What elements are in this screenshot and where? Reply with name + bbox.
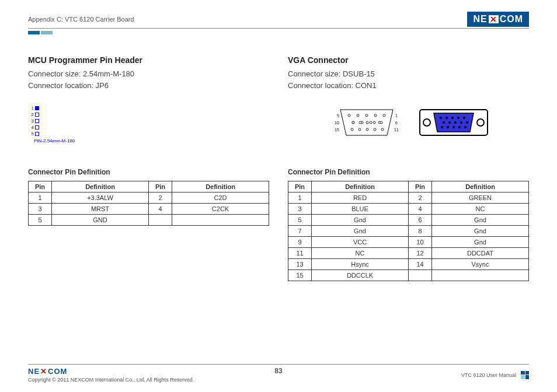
table-row: 11NC12DDCDAT bbox=[288, 248, 529, 259]
vga-pin-table: Pin Definition Pin Definition 1RED2GREEN… bbox=[288, 181, 529, 281]
svg-point-33 bbox=[463, 117, 465, 119]
mcu-header-title: MCU Programmer Pin Header bbox=[28, 55, 269, 65]
svg-point-4 bbox=[383, 114, 385, 117]
svg-point-10 bbox=[352, 121, 354, 124]
svg-point-2 bbox=[365, 114, 368, 117]
breadcrumb: Appendix C: VTC 6120 Carrier Board bbox=[28, 16, 134, 23]
svg-text:10: 10 bbox=[335, 121, 339, 125]
svg-point-38 bbox=[466, 121, 468, 124]
nexcom-logo-footer: NE✕COM bbox=[28, 367, 194, 376]
svg-point-27 bbox=[423, 119, 430, 126]
svg-text:6: 6 bbox=[395, 121, 398, 125]
svg-point-31 bbox=[451, 117, 454, 119]
svg-point-43 bbox=[464, 126, 467, 128]
svg-point-32 bbox=[457, 117, 459, 119]
pin-header-diagram: 1 2 3 4 5 PIN-2.54mm-M-180 bbox=[28, 105, 81, 144]
table-row: 3MRST 4C2CK bbox=[29, 204, 269, 215]
table-row: 9VCC10Gnd bbox=[288, 237, 529, 248]
vga-port-icon bbox=[419, 105, 489, 140]
svg-text:1: 1 bbox=[395, 114, 398, 118]
pin-4-icon bbox=[35, 125, 39, 130]
svg-point-7 bbox=[370, 121, 372, 124]
svg-point-17 bbox=[366, 128, 368, 131]
vga-pin-diagram: 5 1 10 6 15 11 bbox=[329, 105, 405, 140]
svg-point-16 bbox=[358, 128, 361, 131]
table-row: 15DDCCLK bbox=[288, 270, 529, 281]
vga-header-title: VGA Connector bbox=[288, 55, 529, 65]
vga-table-title: Connector Pin Definition bbox=[288, 168, 529, 176]
svg-point-12 bbox=[366, 121, 368, 124]
vga-connector-location: Connector location: CON1 bbox=[288, 80, 529, 92]
svg-point-40 bbox=[447, 126, 449, 128]
manual-name: VTC 6120 User Manual bbox=[461, 372, 516, 378]
footer-deco-icon bbox=[521, 371, 529, 379]
svg-text:11: 11 bbox=[394, 128, 399, 132]
table-row: 1RED2GREEN bbox=[288, 192, 529, 204]
mcu-connector-size: Connector size: 2.54mm-M-180 bbox=[28, 68, 269, 80]
svg-point-37 bbox=[460, 121, 462, 124]
svg-point-29 bbox=[440, 117, 442, 119]
svg-text:5: 5 bbox=[337, 114, 339, 118]
table-row: 7Gnd8Gnd bbox=[288, 226, 529, 237]
pin-5-icon bbox=[35, 132, 39, 136]
svg-point-35 bbox=[448, 121, 451, 124]
svg-point-30 bbox=[445, 117, 448, 119]
svg-text:15: 15 bbox=[335, 128, 339, 132]
svg-point-13 bbox=[373, 121, 375, 124]
svg-point-36 bbox=[454, 121, 457, 124]
accent-bar bbox=[28, 31, 529, 34]
logo-x-icon: ✕ bbox=[489, 15, 499, 23]
svg-point-34 bbox=[443, 121, 445, 124]
table-row: 1+3.3ALW 2C2D bbox=[29, 192, 269, 204]
mcu-connector-location: Connector location: JP6 bbox=[28, 80, 269, 92]
table-row: 5Gnd6Gnd bbox=[288, 215, 529, 226]
svg-point-15 bbox=[351, 128, 353, 131]
page-number: 83 bbox=[274, 367, 282, 375]
copyright-text: Copyright © 2011 NEXCOM International Co… bbox=[28, 377, 194, 383]
svg-point-11 bbox=[359, 121, 361, 124]
pin-3-icon bbox=[35, 119, 39, 123]
svg-point-14 bbox=[380, 121, 382, 124]
svg-point-18 bbox=[374, 128, 376, 131]
pin-2-icon bbox=[35, 113, 39, 117]
svg-point-19 bbox=[381, 128, 384, 131]
svg-point-0 bbox=[348, 114, 350, 117]
svg-point-1 bbox=[357, 114, 359, 117]
logo-x-icon: ✕ bbox=[40, 367, 47, 376]
svg-point-42 bbox=[458, 126, 461, 128]
mcu-pin-table: Pin Definition Pin Definition 1+3.3ALW 2… bbox=[28, 181, 269, 226]
table-row: 5GND bbox=[29, 215, 269, 226]
svg-point-41 bbox=[452, 126, 455, 128]
svg-point-3 bbox=[374, 114, 377, 117]
mcu-table-title: Connector Pin Definition bbox=[28, 168, 269, 176]
svg-point-28 bbox=[477, 119, 484, 126]
pin-header-caption: PIN-2.54mm-M-180 bbox=[34, 138, 81, 144]
vga-connector-size: Connector size: DSUB-15 bbox=[288, 68, 529, 80]
table-row: 13Hsync14Vsync bbox=[288, 259, 529, 270]
nexcom-logo: NE✕COM bbox=[467, 12, 529, 27]
svg-point-39 bbox=[441, 126, 443, 128]
table-row: 3BLUE4NC bbox=[288, 204, 529, 215]
pin-1-icon bbox=[35, 106, 39, 110]
